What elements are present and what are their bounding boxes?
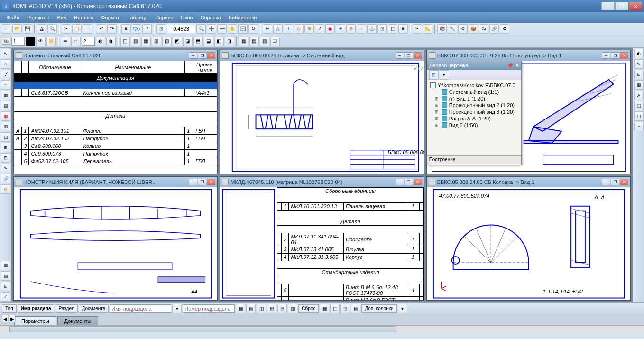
lib1-button[interactable]: 📚 [437, 24, 447, 34]
snap9-button[interactable]: ⊗ [346, 24, 356, 34]
cascade-button[interactable]: ❐ [270, 37, 280, 46]
menu-insert[interactable]: Вставка [70, 15, 97, 20]
spec-table[interactable]: ОбозначениеНаименованиеПриме-чание Докум… [14, 61, 217, 165]
align5-button[interactable]: ▨ [162, 37, 172, 46]
align7-button[interactable]: ◪ [183, 37, 193, 46]
rtool4[interactable]: ▦ [634, 80, 644, 90]
rtool3[interactable]: ⊡ [634, 70, 644, 79]
status-subsection-num[interactable] [183, 304, 235, 313]
snap4-button[interactable]: ◇ [294, 24, 304, 34]
drawing-spring[interactable]: ✓(✓) [220, 61, 423, 174]
tool-spec6[interactable]: ⊞ [1, 143, 10, 152]
status-i6[interactable]: ▥ [288, 304, 297, 313]
lib4-button[interactable]: 📦 [469, 24, 478, 34]
horizontal-scrollbar[interactable] [0, 325, 644, 333]
layer-color-button[interactable] [26, 37, 35, 46]
tree-item[interactable]: Проекционный вид 3 (1:20) [449, 109, 515, 115]
drawing-bracket[interactable]: 47.00.77.800.527.074 А–А [427, 187, 630, 301]
snap2-button[interactable]: △ [273, 24, 283, 34]
snap7-button[interactable]: ◉ [325, 24, 335, 34]
tree-close[interactable]: ✕ [515, 63, 519, 68]
docwin-max[interactable]: ❐ [198, 52, 206, 59]
tool-spec7[interactable]: ⊟ [1, 153, 10, 163]
menu-file[interactable]: Файл [3, 15, 23, 20]
rtool7[interactable]: ◫ [634, 111, 644, 121]
docwin-min[interactable]: ─ [189, 179, 197, 185]
tool-b2[interactable]: ▤ [1, 271, 10, 281]
lib5-button[interactable]: 🗂 [479, 24, 488, 34]
align10-button[interactable]: ◧ [214, 37, 224, 46]
tool-b4[interactable]: ✓ [1, 292, 10, 302]
menu-format[interactable]: Формат [97, 15, 123, 20]
open-button[interactable]: 📂 [12, 24, 22, 34]
align6-button[interactable]: ◩ [173, 37, 182, 46]
no2-input[interactable] [82, 37, 95, 46]
paste-button[interactable]: 📄 [83, 24, 92, 34]
align2-button[interactable]: ▥ [131, 37, 140, 46]
rtool6[interactable]: ⬚ [634, 101, 644, 110]
style1-button[interactable]: ◐ [96, 37, 105, 46]
status-j1[interactable]: ▦ [320, 304, 329, 313]
docwin-min[interactable]: ─ [396, 52, 404, 59]
status-section-name[interactable]: Имя раздела [18, 304, 55, 313]
docwin-close[interactable]: ✕ [414, 52, 422, 59]
snap10-button[interactable]: ↓ [357, 24, 366, 34]
status-reset[interactable]: Сброс [298, 304, 319, 313]
menu-table[interactable]: Таблица [123, 15, 151, 20]
new-button[interactable]: 📄 [2, 24, 11, 34]
tool-spec5[interactable]: ◫ [1, 132, 10, 142]
layer-lock-button[interactable]: 🔆 [46, 37, 56, 46]
linetype-button[interactable]: ═ [61, 37, 70, 46]
snap12-button[interactable]: ⊡ [377, 24, 387, 34]
tool-spec1[interactable]: ▦ [1, 91, 10, 100]
tile1-button[interactable]: ▦ [239, 37, 248, 46]
measure1-button[interactable]: ✂ [413, 24, 422, 34]
tree-item[interactable]: Системный вид (1:1) [449, 89, 499, 95]
tool-text[interactable]: A [1, 59, 10, 69]
tool-select[interactable]: ↖ [1, 49, 10, 58]
snap3-button[interactable]: ⊥ [284, 24, 293, 34]
layer-vis-button[interactable]: 👁 [36, 37, 46, 46]
menu-editor[interactable]: Редактор [23, 15, 53, 20]
status-j3[interactable]: ⊡ [340, 304, 350, 313]
docwin-min[interactable]: ─ [602, 179, 610, 185]
spec-table-matrix[interactable]: Сборочные единицы 1МКЛ.10.301.320.13Пане… [277, 187, 423, 301]
zoom-out-button[interactable]: ➖ [217, 24, 227, 34]
tree-item[interactable]: (т) Вид 1 (1:20) [449, 96, 485, 101]
maximize-button[interactable]: ❐ [615, 2, 628, 10]
tree-root[interactable]: Y:\kompas\Korolkov E\БВКС.07.0 [438, 82, 515, 88]
copy-button[interactable]: 📋 [72, 24, 82, 34]
status-dd1[interactable]: ▾ [172, 304, 182, 313]
align9-button[interactable]: ⬓ [204, 37, 213, 46]
lib7-button[interactable]: ♻ [500, 24, 509, 34]
tool-spec9[interactable]: 🔗 [1, 174, 10, 183]
tool-spec10[interactable]: ⚙ [1, 184, 10, 194]
lib3-button[interactable]: ⚙ [458, 24, 468, 34]
snap1-button[interactable]: ⊢ [263, 24, 272, 34]
tool-line[interactable]: ╱ [1, 70, 10, 79]
docwin-close[interactable]: ✕ [620, 52, 628, 59]
snap14-button[interactable]: ≡ [398, 24, 408, 34]
redo-button[interactable]: ↷ [107, 24, 117, 34]
drawing-keel[interactable]: А4 [14, 187, 217, 301]
tree-tb2[interactable]: ▾ [440, 70, 449, 80]
undo-button[interactable]: ↶ [97, 24, 106, 34]
zoom-window-button[interactable]: 🔍 [196, 24, 206, 34]
snap11-button[interactable]: ⚓ [367, 24, 377, 34]
redraw-button[interactable]: ↻ [248, 24, 258, 34]
status-i5[interactable]: ⊟ [277, 304, 287, 313]
print-button[interactable]: 🖨 [37, 24, 46, 34]
zoom-in-button[interactable]: ➕ [207, 24, 216, 34]
align4-button[interactable]: ▧ [152, 37, 161, 46]
status-subsection-name[interactable] [110, 304, 171, 313]
docwin-close[interactable]: ✕ [207, 179, 215, 185]
menu-window[interactable]: Окно [177, 15, 197, 20]
status-i1[interactable]: ▦ [236, 304, 245, 313]
docwin-close[interactable]: ✕ [620, 179, 628, 185]
lib2-button[interactable]: 🔧 [448, 24, 457, 34]
docwin-max[interactable]: ❐ [405, 179, 413, 185]
tree-item[interactable]: Проекционный вид 2 (1:20) [449, 102, 515, 108]
rtool8[interactable]: △ [634, 122, 644, 131]
status-i4[interactable]: ⊞ [267, 304, 276, 313]
tile3-button[interactable]: ▥ [260, 37, 269, 46]
